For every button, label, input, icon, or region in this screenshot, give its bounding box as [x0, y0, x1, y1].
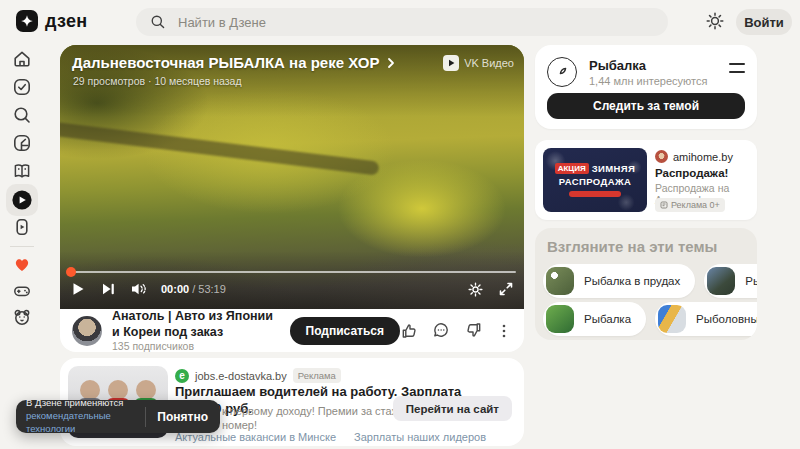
channel-row: Анатоль | Авто из Японии и Кореи под зак… — [60, 309, 524, 352]
progress-bar[interactable] — [68, 271, 516, 273]
side-ad-title[interactable]: Распродажа! — [655, 167, 728, 179]
chevron-right-icon — [384, 56, 398, 70]
logo-text: дзен — [45, 11, 87, 32]
time-display: 00:00 / 53:19 — [161, 283, 226, 295]
sidebar-item-feed[interactable] — [12, 133, 32, 153]
recommendation-toast: В Дзене применяются рекомендательные тех… — [16, 400, 220, 433]
progress-handle[interactable] — [66, 267, 76, 277]
sidebar-item-video-active[interactable] — [6, 184, 38, 216]
dislike-button[interactable] — [464, 321, 483, 340]
banner-red-ribbon — [569, 191, 621, 197]
topic-compass-icon — [547, 57, 577, 87]
fullscreen-button[interactable] — [498, 281, 514, 297]
dzen-page: дзен Войти — [0, 0, 800, 449]
chip-thumbnail — [546, 267, 574, 295]
comments-button[interactable] — [432, 321, 451, 340]
settings-gear-icon[interactable] — [467, 281, 484, 298]
banner-word-akciya: АКЦИЯ — [555, 163, 589, 174]
side-advertiser-logo — [655, 150, 668, 163]
sidebar-item-shorts[interactable] — [12, 217, 32, 237]
vk-video-badge[interactable]: VK Видео — [443, 55, 514, 71]
search-input[interactable] — [176, 14, 620, 31]
side-advertiser-domain[interactable]: amihome.by — [673, 151, 733, 163]
channel-avatar[interactable] — [72, 316, 102, 346]
chip-thumbnail — [658, 305, 686, 333]
video-title: Дальневосточная РЫБАЛКА на реке ХОР — [72, 54, 379, 71]
fallen-log — [60, 120, 380, 175]
login-button[interactable]: Войти — [736, 9, 792, 35]
follow-topic-button[interactable]: Следить за темой — [547, 93, 745, 119]
ad-sitelink-2[interactable]: Зарплаты наших лидеров — [354, 431, 486, 443]
topic-followers: 1,44 млн интересуются — [589, 75, 707, 87]
advertiser-logo: e — [175, 369, 189, 383]
more-options-button[interactable] — [496, 323, 512, 339]
side-ad-banner[interactable]: АКЦИЯ ЗИМНЯЯ РАСПРОДАЖА — [543, 148, 647, 212]
next-button[interactable] — [100, 281, 116, 297]
sidebar-divider — [10, 246, 34, 247]
dzen-logo[interactable]: дзен — [16, 10, 87, 32]
volume-button[interactable] — [130, 281, 147, 297]
side-ad-card[interactable]: АКЦИЯ ЗИМНЯЯ РАСПРОДАЖА amihome.by Распр… — [535, 140, 757, 220]
banner-word-rasprodazha: РАСПРОДАЖА — [559, 176, 631, 187]
ad-label-badge: Реклама — [293, 368, 341, 383]
toast-link[interactable]: рекомендательные технологии — [26, 410, 135, 436]
ad-cta-button[interactable]: Перейти на сайт — [393, 396, 512, 421]
chip-thumbnail — [546, 305, 574, 333]
ad-sitelinks: Актуальные вакансии в Минске Зарплаты на… — [175, 431, 486, 443]
channel-name[interactable]: Анатоль | Авто из Японии и Кореи под зак… — [112, 309, 278, 340]
topic-chip-fishing-competitions[interactable]: Рыболовные соре — [655, 302, 757, 336]
theme-toggle-sun-icon[interactable] — [705, 11, 725, 31]
topics-suggestions-card: Взгляните на эти темы Рыбалка в прудах Р… — [535, 228, 757, 340]
ad-info-icon — [660, 201, 668, 209]
sidebar-item-favorites-heart-icon[interactable] — [12, 254, 32, 274]
channel-subscribers: 135 подписчиков — [112, 340, 278, 352]
sidebar-item-articles[interactable] — [12, 161, 32, 181]
sidebar-item-kids-bear-icon[interactable] — [12, 307, 32, 327]
sidebar-item-search[interactable] — [12, 105, 32, 125]
topic-menu-icon[interactable] — [729, 63, 745, 73]
topics-heading: Взгляните на эти темы — [547, 238, 717, 255]
vk-play-icon — [443, 55, 459, 71]
video-stats: 29 просмотров · 10 месяцев назад — [73, 75, 242, 87]
vk-video-label: VK Видео — [464, 57, 514, 69]
search-icon — [150, 14, 166, 30]
video-player[interactable]: Дальневосточная РЫБАЛКА на реке ХОР 29 п… — [60, 45, 524, 309]
video-title-link[interactable]: Дальневосточная РЫБАЛКА на реке ХОР — [72, 54, 398, 71]
like-button[interactable] — [400, 321, 419, 340]
topic-chip-fish[interactable]: Рыбные — [704, 264, 757, 298]
topic-chip-fishing-ponds[interactable]: Рыбалка в прудах — [543, 264, 695, 298]
player-controls: 00:00 / 53:19 — [70, 277, 514, 301]
sidebar-item-home[interactable] — [12, 49, 32, 69]
side-ad-badge: Реклама 0+ — [655, 198, 725, 212]
topic-card-fishing: Рыбалка 1,44 млн интересуются Следить за… — [535, 45, 757, 129]
play-button[interactable] — [70, 281, 86, 297]
subscribe-button[interactable]: Подписаться — [290, 317, 400, 345]
toast-text: В Дзене применяются — [26, 397, 135, 410]
chip-thumbnail — [707, 267, 735, 295]
advertiser-domain[interactable]: jobs.e-dostavka.by — [195, 370, 287, 382]
sidebar-item-games[interactable] — [12, 281, 32, 301]
sidebar-item-subscriptions[interactable] — [12, 77, 32, 97]
banner-word-zimnyaya: ЗИМНЯЯ — [592, 163, 636, 174]
topic-title[interactable]: Рыбалка — [589, 58, 646, 73]
toast-ok-button[interactable]: Понятно — [145, 410, 220, 424]
search-bar[interactable] — [136, 8, 668, 36]
topic-chip-fishing[interactable]: Рыбалка — [543, 302, 646, 336]
dzen-star-icon — [16, 10, 38, 32]
